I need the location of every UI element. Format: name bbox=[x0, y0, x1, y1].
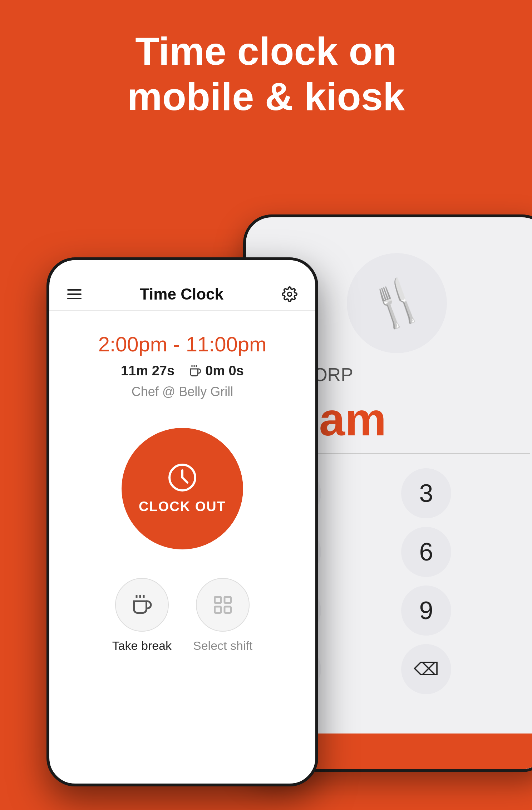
page-title: Time Clock bbox=[140, 285, 223, 303]
mobile-header: Time Clock bbox=[49, 278, 315, 311]
settings-icon[interactable] bbox=[282, 286, 297, 302]
mobile-content: 2:00pm - 11:00pm 11m 27s 0m 0s Chef @ Be… bbox=[49, 311, 315, 667]
break-duration: 0m 0s bbox=[189, 363, 244, 379]
clock-icon bbox=[168, 463, 197, 492]
action-buttons: Take break Select shift bbox=[112, 578, 253, 653]
svg-rect-10 bbox=[215, 597, 221, 603]
break-cup-icon bbox=[189, 365, 202, 377]
svg-point-0 bbox=[287, 292, 291, 296]
numpad-key-6[interactable]: 6 bbox=[401, 527, 451, 577]
svg-rect-12 bbox=[215, 607, 221, 613]
calendar-grid-icon bbox=[212, 594, 233, 616]
restaurant-icon: 🍴 bbox=[363, 270, 430, 336]
mobile-device: Time Clock 2:00pm - 11:00pm 11m 27s 0m 0… bbox=[46, 257, 318, 786]
take-break-label: Take break bbox=[112, 639, 172, 653]
numpad-backspace[interactable]: ⌫ bbox=[401, 644, 451, 694]
clock-out-label: CLOCK OUT bbox=[139, 499, 226, 514]
clock-out-button[interactable]: CLOCK OUT bbox=[122, 428, 243, 549]
take-break-button[interactable]: Take break bbox=[112, 578, 172, 653]
menu-icon[interactable] bbox=[67, 289, 82, 299]
select-shift-icon-circle bbox=[196, 578, 250, 632]
coffee-cup-icon bbox=[131, 594, 153, 616]
shift-meta: 11m 27s 0m 0s bbox=[121, 363, 244, 379]
hero-heading: Time clock on mobile & kiosk bbox=[0, 29, 532, 119]
shift-role: Chef @ Belly Grill bbox=[132, 384, 233, 399]
select-shift-button[interactable]: Select shift bbox=[193, 578, 252, 653]
svg-line-6 bbox=[182, 478, 187, 483]
svg-rect-11 bbox=[225, 597, 231, 603]
shift-time-range: 2:00pm - 11:00pm bbox=[98, 332, 267, 356]
status-bar bbox=[49, 260, 315, 278]
take-break-icon-circle bbox=[115, 578, 169, 632]
select-shift-label: Select shift bbox=[193, 639, 252, 653]
kiosk-logo: 🍴 bbox=[347, 253, 447, 353]
shift-duration: 11m 27s bbox=[121, 363, 174, 379]
numpad-key-9[interactable]: 9 bbox=[401, 586, 451, 636]
svg-rect-13 bbox=[225, 607, 231, 613]
numpad-key-3[interactable]: 3 bbox=[401, 468, 451, 518]
